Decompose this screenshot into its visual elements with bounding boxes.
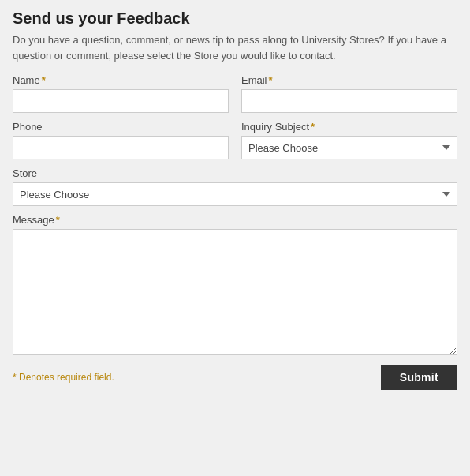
message-textarea[interactable] [13, 229, 457, 355]
store-label: Store [13, 167, 457, 179]
inquiry-select[interactable]: Please Choose [241, 136, 457, 159]
phone-group: Phone [13, 121, 229, 159]
name-input[interactable] [13, 89, 229, 113]
page-title: Send us your Feedback [13, 9, 457, 28]
email-label: Email* [241, 74, 457, 86]
page-container: Send us your Feedback Do you have a ques… [0, 0, 470, 476]
message-group: Message* [13, 214, 457, 355]
page-description: Do you have a question, comment, or news… [13, 32, 457, 63]
store-group: Store Please Choose [13, 167, 457, 206]
required-note: * Denotes required field. [13, 372, 114, 383]
phone-label: Phone [13, 121, 229, 133]
name-group: Name* [13, 74, 229, 113]
feedback-form: Name* Email* Phone Inquiry Subject* [13, 74, 457, 390]
email-input[interactable] [241, 89, 457, 113]
phone-inquiry-row: Phone Inquiry Subject* Please Choose [13, 121, 457, 159]
inquiry-label: Inquiry Subject* [241, 121, 457, 133]
store-row: Store Please Choose [13, 167, 457, 206]
inquiry-group: Inquiry Subject* Please Choose [241, 121, 457, 159]
submit-button[interactable]: Submit [381, 365, 457, 390]
name-email-row: Name* Email* [13, 74, 457, 113]
message-label: Message* [13, 214, 457, 226]
footer-row: * Denotes required field. Submit [13, 365, 457, 390]
email-group: Email* [241, 74, 457, 113]
phone-input[interactable] [13, 136, 229, 159]
store-select[interactable]: Please Choose [13, 182, 457, 206]
name-label: Name* [13, 74, 229, 86]
